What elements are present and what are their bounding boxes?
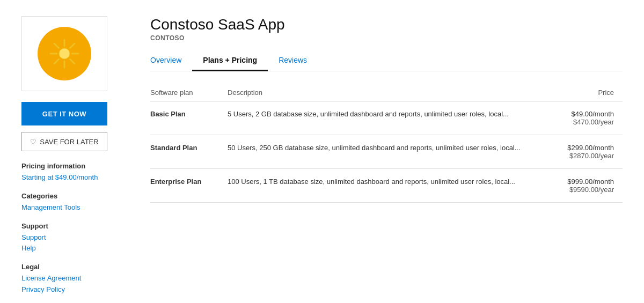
svg-line-7 [70, 43, 75, 48]
sidebar: GET IT NOW ♡ SAVE FOR LATER Pricing info… [21, 16, 129, 303]
app-logo-circle [38, 27, 91, 80]
categories-label: Categories [21, 192, 129, 200]
support-link[interactable]: Support [21, 232, 129, 243]
legal-section: Legal License Agreement Privacy Policy [21, 263, 129, 295]
page-container: GET IT NOW ♡ SAVE FOR LATER Pricing info… [0, 0, 644, 303]
pricing-value-link[interactable]: Starting at $49.00/month [21, 172, 129, 183]
categories-section: Categories Management Tools [21, 192, 129, 213]
price-year: $9590.00/year [561, 186, 614, 194]
plan-name: Standard Plan [150, 135, 228, 169]
app-logo-box [21, 16, 107, 91]
save-for-later-label: SAVE FOR LATER [40, 138, 98, 146]
plan-name: Enterprise Plan [150, 169, 228, 203]
col-price: Price [561, 84, 623, 101]
tab-reviews[interactable]: Reviews [268, 50, 318, 71]
privacy-policy-link[interactable]: Privacy Policy [21, 284, 129, 295]
price-month: $999.00/month [561, 178, 614, 186]
tabs-nav: Overview Plans + Pricing Reviews [150, 50, 623, 71]
plan-price: $999.00/month $9590.00/year [561, 169, 623, 203]
license-agreement-link[interactable]: License Agreement [21, 273, 129, 284]
app-publisher: CONTOSO [150, 34, 623, 42]
table-row: Basic Plan 5 Users, 2 GB database size, … [150, 101, 623, 135]
plan-description: 50 Users, 250 GB database size, unlimite… [228, 135, 561, 169]
legal-label: Legal [21, 263, 129, 271]
categories-value-link[interactable]: Management Tools [21, 202, 129, 213]
save-for-later-button[interactable]: ♡ SAVE FOR LATER [21, 132, 107, 151]
col-description: Description [228, 84, 561, 101]
heart-icon: ♡ [30, 138, 36, 146]
table-row: Enterprise Plan 100 Users, 1 TB database… [150, 169, 623, 203]
support-section: Support Support Help [21, 222, 129, 255]
svg-line-8 [54, 60, 59, 64]
table-row: Standard Plan 50 Users, 250 GB database … [150, 135, 623, 169]
col-software-plan: Software plan [150, 84, 228, 101]
plan-name: Basic Plan [150, 101, 228, 135]
sunburst-icon [48, 38, 80, 70]
plan-price: $299.00/month $2870.00/year [561, 135, 623, 169]
support-label: Support [21, 222, 129, 230]
tab-overview[interactable]: Overview [150, 50, 192, 71]
tab-plans-pricing[interactable]: Plans + Pricing [192, 50, 268, 71]
price-month: $299.00/month [561, 144, 614, 152]
svg-line-5 [54, 43, 59, 48]
pricing-section: Pricing information Starting at $49.00/m… [21, 162, 129, 183]
help-link[interactable]: Help [21, 243, 129, 254]
plan-description: 100 Users, 1 TB database size, unlimited… [228, 169, 561, 203]
plan-description: 5 Users, 2 GB database size, unlimited d… [228, 101, 561, 135]
svg-point-0 [59, 48, 70, 59]
svg-line-6 [70, 60, 75, 64]
price-year: $470.00/year [561, 118, 614, 126]
plan-price: $49.00/month $470.00/year [561, 101, 623, 135]
app-title: Constoso SaaS App [150, 16, 623, 33]
main-content: Constoso SaaS App CONTOSO Overview Plans… [150, 16, 623, 303]
price-year: $2870.00/year [561, 152, 614, 160]
pricing-label: Pricing information [21, 162, 129, 170]
plans-table: Software plan Description Price Basic Pl… [150, 84, 623, 203]
get-it-now-button[interactable]: GET IT NOW [21, 102, 107, 125]
price-month: $49.00/month [561, 110, 614, 118]
